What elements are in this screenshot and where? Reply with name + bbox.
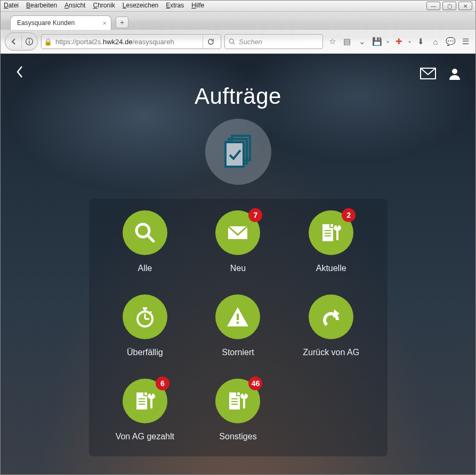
menu-hilfe[interactable]: Hilfe (191, 2, 204, 10)
menu-extras[interactable]: Extras (166, 2, 184, 10)
window-minimize-button[interactable]: — (426, 2, 440, 10)
badge: 7 (248, 208, 262, 222)
tile-sonstiges[interactable]: 46Sonstiges (191, 379, 285, 441)
tile-neu[interactable]: 7Neu (191, 210, 285, 273)
tile-zurueck[interactable]: Zurück von AG (285, 294, 378, 357)
menubar: Datei Bearbeiten Ansicht Chronik Lesezei… (1, 1, 475, 12)
tile-label: Überfällig (127, 348, 163, 357)
tile-icon-stopwatch (123, 294, 167, 339)
badge: 46 (248, 376, 262, 390)
menu-datei[interactable]: Datei (4, 2, 19, 10)
window-close-button[interactable]: ✕ (458, 2, 472, 10)
tile-icon-docwrench: 6 (123, 379, 167, 423)
tile-label: Aktuelle (316, 264, 346, 273)
menu-ansicht[interactable]: Ansicht (64, 2, 85, 10)
app-back-button[interactable] (14, 64, 25, 83)
tiles-panel: Alle7Neu2AktuelleÜberfälligStorniertZurü… (89, 199, 388, 456)
tile-label: Alle (138, 264, 152, 273)
tile-storniert[interactable]: Storniert (191, 294, 285, 357)
tab-title: Easysquare Kunden (17, 19, 75, 27)
page-hero-icon (205, 119, 271, 185)
tile-alle[interactable]: Alle (99, 210, 192, 273)
page-title: Aufträge (1, 84, 475, 109)
tile-ueberfaellig[interactable]: Überfällig (99, 294, 192, 357)
new-tab-button[interactable]: + (116, 17, 128, 28)
svg-point-6 (452, 69, 457, 74)
messages-icon[interactable] (420, 68, 436, 79)
badge: 6 (156, 376, 170, 390)
tile-aktuelle[interactable]: 2Aktuelle (285, 210, 378, 273)
badge: 2 (342, 208, 356, 222)
menu-bearbeiten[interactable]: Bearbeiten (26, 2, 57, 10)
profile-icon[interactable] (448, 67, 462, 80)
menu-chronik[interactable]: Chronik (93, 2, 115, 10)
tile-icon-docwrench: 46 (215, 379, 260, 423)
svg-line-4 (233, 43, 235, 44)
tile-label: Sonstiges (219, 432, 256, 441)
menu-lesezeichen[interactable]: Lesezeichen (123, 2, 158, 10)
tile-label: Neu (230, 264, 246, 273)
app-viewport: Aufträge Alle7Neu2AktuelleÜberfälligStor… (1, 54, 475, 474)
tile-label: Storniert (222, 348, 254, 357)
tile-icon-search (123, 210, 167, 255)
tile-icon-warning (215, 294, 260, 339)
svg-rect-1 (29, 41, 30, 44)
tile-label: Von AG gezahlt (116, 432, 174, 441)
tile-icon-undo (309, 294, 353, 339)
tile-icon-docwrench: 2 (309, 210, 353, 255)
tile-icon-envelope: 7 (215, 210, 260, 255)
svg-rect-9 (225, 142, 244, 167)
tile-label: Zurück von AG (303, 348, 359, 357)
window-maximize-button[interactable]: ▢ (442, 2, 456, 10)
browser-tab[interactable]: Easysquare Kunden × (10, 15, 111, 30)
tile-gezahlt[interactable]: 6Von AG gezahlt (99, 379, 192, 441)
tab-close-icon[interactable]: × (102, 19, 107, 27)
